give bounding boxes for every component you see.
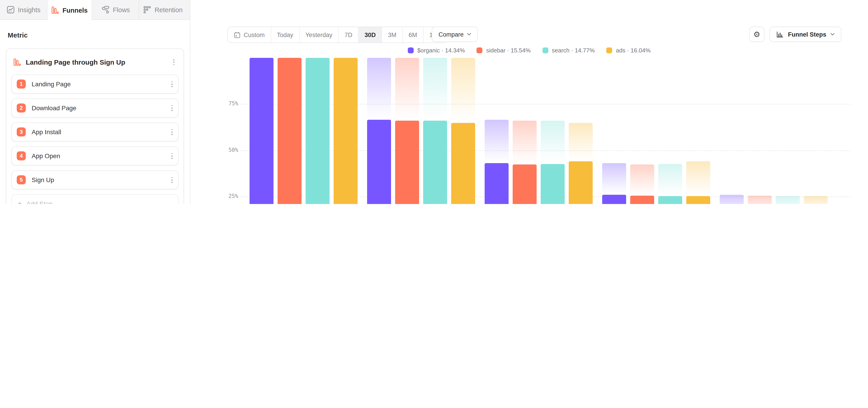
step-number-badge: 1	[17, 80, 26, 89]
funnel-bar[interactable]	[367, 120, 391, 204]
funnel-step-row[interactable]: 1Landing Page	[11, 75, 179, 94]
funnel-step-row[interactable]: 4App Open	[11, 147, 179, 166]
add-step-button[interactable]: + Add Step	[11, 195, 179, 204]
funnel-bar[interactable]	[306, 58, 330, 204]
funnel-dropoff-bar	[658, 164, 682, 196]
funnels-icon	[52, 6, 59, 14]
funnel-step-row[interactable]: 3App Install	[11, 123, 179, 142]
funnel-bar[interactable]	[630, 195, 654, 204]
main-content: CustomTodayYesterday7D30D3M6M12M Compare…	[190, 0, 868, 204]
flows-icon	[101, 6, 109, 13]
kebab-menu-icon[interactable]	[169, 175, 175, 185]
tab-insights[interactable]: Insights	[0, 0, 47, 20]
funnel-step-row[interactable]: 2Download Page	[11, 99, 179, 118]
funnel-bar[interactable]	[658, 196, 682, 204]
funnel-dropoff-bar	[686, 162, 710, 196]
chart-gridline	[240, 104, 850, 104]
y-axis-tick: 50%	[199, 147, 238, 153]
tab-label: Funnels	[62, 6, 88, 14]
tab-label: Flows	[113, 6, 130, 13]
step-number-badge: 5	[17, 175, 26, 184]
add-step-label: Add Step	[26, 200, 53, 204]
retention-icon	[143, 6, 151, 13]
funnel-bar[interactable]	[686, 196, 710, 204]
funnel-dropoff-bar	[423, 58, 447, 121]
funnel-bar[interactable]	[278, 58, 302, 204]
tab-retention[interactable]: Retention	[139, 0, 187, 20]
funnel-metric-icon	[13, 58, 21, 66]
funnel-dropoff-bar	[720, 195, 744, 204]
funnel-dropoff-bar	[541, 121, 565, 164]
funnel-bar[interactable]	[485, 163, 508, 204]
funnel-dropoff-bar	[485, 120, 508, 163]
funnel-bar-chart: 75%50%25%0%1Product Viewed2Product Viewe…	[190, 0, 868, 204]
step-label: App Open	[32, 152, 60, 160]
metric-card: Landing Page through Sign Up 1Landing Pa…	[6, 48, 184, 204]
metric-heading: Metric	[8, 31, 182, 39]
funnel-bar[interactable]	[513, 165, 537, 204]
tab-label: Retention	[155, 6, 183, 13]
kebab-menu-icon[interactable]	[169, 127, 175, 137]
funnel-steps-list: 1Landing Page2Download Page3App Install4…	[11, 75, 179, 190]
funnel-dropoff-bar	[804, 196, 828, 204]
funnel-dropoff-bar	[451, 58, 475, 123]
funnel-bar[interactable]	[602, 195, 626, 204]
metric-card-header: Landing Page through Sign Up	[11, 54, 179, 75]
tab-flows[interactable]: Flows	[92, 0, 139, 20]
report-tabbar: Insights Funnels Flows Retention	[0, 0, 190, 20]
funnel-dropoff-bar	[776, 196, 800, 204]
sidebar: Insights Funnels Flows Retention Metric …	[0, 0, 190, 204]
kebab-menu-icon[interactable]	[171, 57, 176, 67]
tab-label: Insights	[18, 6, 40, 13]
funnel-bar[interactable]	[569, 162, 593, 204]
tab-funnels[interactable]: Funnels	[47, 0, 92, 20]
step-label: Sign Up	[32, 176, 54, 184]
funnel-bar[interactable]	[541, 164, 565, 204]
funnel-bar[interactable]	[250, 58, 274, 204]
step-label: App Install	[32, 129, 61, 136]
funnel-bar[interactable]	[334, 58, 358, 204]
funnel-dropoff-bar	[630, 165, 654, 196]
funnel-dropoff-bar	[569, 123, 593, 162]
funnel-bar[interactable]	[423, 121, 447, 204]
y-axis-tick: 25%	[199, 193, 238, 199]
step-number-badge: 3	[17, 128, 26, 137]
insights-icon	[6, 6, 14, 13]
funnel-step-row[interactable]: 5Sign Up	[11, 171, 179, 190]
metric-title: Landing Page through Sign Up	[26, 58, 125, 66]
y-axis-tick: 75%	[199, 100, 238, 107]
plus-icon: +	[18, 200, 22, 204]
funnel-bar[interactable]	[395, 121, 419, 204]
funnel-dropoff-bar	[395, 58, 419, 121]
funnel-dropoff-bar	[513, 121, 537, 165]
funnel-dropoff-bar	[602, 163, 626, 195]
kebab-menu-icon[interactable]	[169, 103, 175, 113]
funnel-dropoff-bar	[748, 195, 772, 204]
step-label: Download Page	[32, 105, 76, 112]
step-number-badge: 4	[17, 151, 26, 161]
funnel-bar[interactable]	[451, 123, 475, 204]
step-label: Landing Page	[32, 81, 71, 88]
kebab-menu-icon[interactable]	[169, 79, 175, 89]
funnel-dropoff-bar	[367, 58, 391, 120]
funnel-analysis-app: Insights Funnels Flows Retention Metric …	[0, 0, 868, 204]
kebab-menu-icon[interactable]	[169, 151, 175, 161]
sidebar-content: Metric Landing Page through Sign Up 1Lan…	[0, 20, 190, 204]
step-number-badge: 2	[17, 104, 26, 113]
